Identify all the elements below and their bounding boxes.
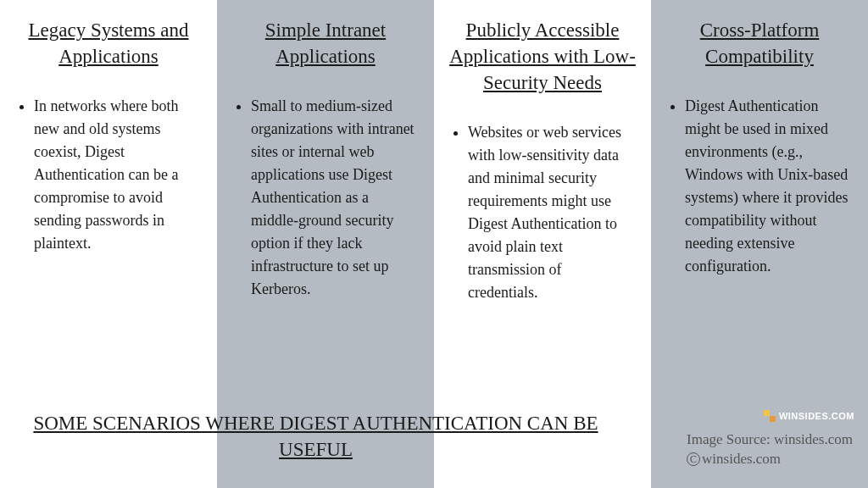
- column-title: Publicly Accessible Applications with Lo…: [449, 17, 636, 96]
- column-bullet: In networks where both new and old syste…: [34, 95, 202, 255]
- column-body: Digest Authentication might be used in m…: [666, 95, 853, 278]
- column-bullet: Websites or web services with low-sensit…: [468, 121, 636, 304]
- attribution: Image Source: winsides.com Cwinsides.com: [687, 430, 853, 469]
- column-title: Simple Intranet Applications: [232, 17, 419, 69]
- image-source-text: Image Source: winsides.com: [687, 430, 853, 450]
- column-body: In networks where both new and old syste…: [15, 95, 202, 255]
- copyright-text: winsides.com: [702, 451, 781, 467]
- column-body: Small to medium-sized organizations with…: [232, 95, 419, 301]
- column-title: Legacy Systems and Applications: [15, 17, 202, 69]
- column-bullet: Digest Authentication might be used in m…: [685, 95, 853, 278]
- badge-text: WINSIDES.COM: [779, 411, 854, 421]
- copyright-line: Cwinsides.com: [687, 450, 853, 469]
- badge-icon: [764, 410, 776, 422]
- footer-title: SOME SCENARIOS WHERE DIGEST AUTHENTICATI…: [0, 410, 632, 463]
- winsides-badge: WINSIDES.COM: [764, 410, 854, 422]
- column-title: Cross-Platform Compatibility: [666, 17, 853, 69]
- copyright-icon: C: [687, 452, 700, 466]
- column-body: Websites or web services with low-sensit…: [449, 121, 636, 304]
- column-bullet: Small to medium-sized organizations with…: [251, 95, 419, 301]
